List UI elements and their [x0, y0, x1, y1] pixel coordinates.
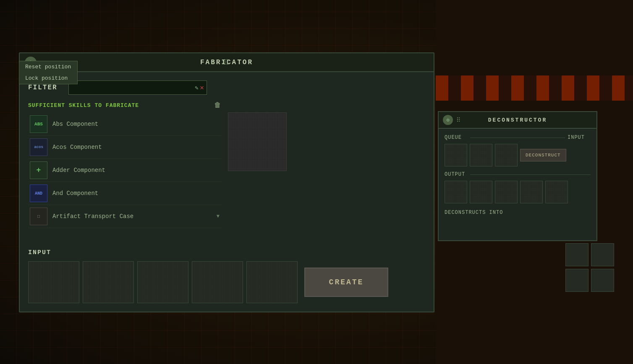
small-slot-4 — [591, 269, 614, 292]
small-slot-2 — [591, 243, 614, 266]
items-list: ABS Abs Component acos Acos Component + … — [28, 113, 221, 241]
context-menu: Reset position Lock position — [19, 61, 78, 84]
dec-divider-1 — [470, 138, 565, 138]
dec-output-section: OUTPUT — [445, 172, 591, 203]
dec-input-slot-2 — [495, 144, 518, 166]
small-slot-3 — [565, 269, 589, 292]
dec-gear-icon: ⚙ — [446, 117, 449, 123]
deconstruct-button[interactable]: DECONSTRUCT — [520, 149, 566, 161]
drag-icon: ⠿ — [223, 59, 230, 67]
fabricator-window: ⚙ ⠿ FABRICATOR FILTER ✎ ✕ SUFFICIENT SKI… — [19, 52, 434, 312]
chevron-down-icon: ▼ — [217, 213, 220, 219]
section-header: SUFFICIENT SKILLS TO FABRICATE 🗑 — [28, 100, 221, 113]
item-list-panel: SUFFICIENT SKILLS TO FABRICATE 🗑 ABS Abs… — [28, 100, 221, 241]
fabricator-body: FILTER ✎ ✕ SUFFICIENT SKILLS TO FABRICAT… — [20, 72, 434, 312]
artifact-icon: □ — [30, 208, 47, 225]
context-menu-lock-position[interactable]: Lock position — [19, 73, 77, 84]
list-item[interactable]: ABS Abs Component — [28, 113, 221, 136]
dec-output-slot-4 — [520, 181, 543, 203]
list-item[interactable]: □ Artifact Transport Case ▼ — [28, 205, 221, 228]
dec-queue-slot — [445, 144, 467, 166]
deconstructor-gear-button[interactable]: ⚙ — [443, 115, 453, 125]
item-name-abs: Abs Component — [52, 121, 98, 127]
input-slot-4 — [192, 261, 243, 303]
context-menu-reset-position[interactable]: Reset position — [19, 61, 77, 73]
dec-body: QUEUE INPUT DECONSTRUCT OUTPUT — [439, 129, 596, 222]
dec-output-slot-3 — [495, 181, 518, 203]
create-button[interactable]: CREATE — [304, 268, 388, 297]
dec-output-slot-2 — [470, 181, 492, 203]
item-preview-box — [228, 112, 287, 171]
input-slot-3 — [137, 261, 188, 303]
list-item[interactable]: acos Acos Component — [28, 136, 221, 159]
content-area: SUFFICIENT SKILLS TO FABRICATE 🗑 ABS Abs… — [28, 100, 425, 241]
input-slots-row: CREATE — [28, 261, 425, 303]
dec-queue-label: QUEUE — [445, 135, 468, 140]
filter-edit-icon[interactable]: ✎ — [195, 84, 198, 91]
abs-icon: ABS — [30, 115, 47, 133]
dec-input-slot-1 — [470, 144, 492, 166]
deconstructor-titlebar: ⚙ ⠿ DECONSTRUCTOR — [439, 112, 596, 129]
dec-output-label: OUTPUT — [445, 172, 468, 177]
small-slot-1 — [565, 243, 589, 266]
dec-queue-input-row: QUEUE INPUT DECONSTRUCT — [445, 135, 591, 166]
filter-input[interactable] — [71, 84, 193, 91]
item-name-adder: Adder Component — [52, 167, 105, 174]
adder-icon: + — [30, 161, 47, 179]
dec-into-label: DECONSTRUCTS INTO — [445, 210, 503, 216]
input-section-label: INPUT — [28, 249, 425, 256]
section-header-label: SUFFICIENT SKILLS TO FABRICATE — [28, 102, 139, 109]
deconstructor-drag-handle[interactable]: ⠿ — [456, 117, 461, 124]
list-item[interactable]: + Adder Component — [28, 159, 221, 182]
orange-bars — [436, 75, 633, 101]
trash-icon[interactable]: 🗑 — [214, 101, 221, 109]
right-small-slots — [565, 243, 614, 292]
input-slot-2 — [83, 261, 134, 303]
fabricator-titlebar: ⚙ ⠿ FABRICATOR — [20, 53, 434, 72]
dec-into-section: DECONSTRUCTS INTO — [445, 208, 591, 216]
filter-label: FILTER — [28, 84, 62, 91]
and-icon: AND — [30, 185, 47, 202]
list-item[interactable]: AND And Component — [28, 182, 221, 205]
filter-row: FILTER ✎ ✕ — [28, 81, 425, 95]
input-slot-5 — [246, 261, 298, 303]
deconstructor-window: ⚙ ⠿ DECONSTRUCTOR QUEUE INPUT DECONSTRUC… — [438, 111, 597, 241]
dec-input-label: INPUT — [568, 135, 591, 140]
dec-output-slot-1 — [445, 181, 467, 203]
item-name-acos: Acos Component — [52, 144, 102, 151]
item-name-and: And Component — [52, 190, 98, 197]
filter-input-wrap: ✎ ✕ — [68, 81, 207, 95]
dec-output-slot-5 — [545, 181, 568, 203]
fabricator-drag-handle[interactable]: ⠿ — [223, 58, 230, 67]
input-slot-1 — [28, 261, 79, 303]
acos-icon: acos — [30, 138, 47, 156]
preview-panel — [228, 100, 425, 241]
dec-divider-2 — [470, 174, 591, 175]
input-section: INPUT CREATE — [28, 246, 425, 303]
deconstructor-title: DECONSTRUCTOR — [488, 117, 547, 123]
item-name-artifact: Artifact Transport Case — [52, 213, 133, 220]
filter-clear-icon[interactable]: ✕ — [200, 83, 204, 92]
